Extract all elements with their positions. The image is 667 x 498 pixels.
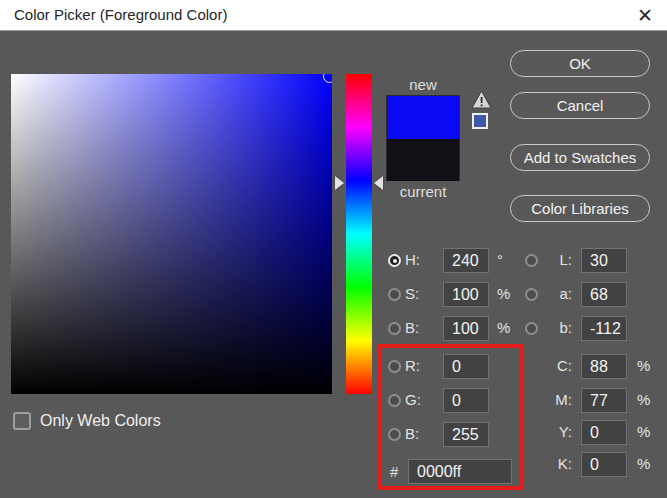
radio-a[interactable] bbox=[525, 288, 538, 301]
color-picker-dialog: Color Picker (Foreground Color) ✕ new cu… bbox=[0, 0, 667, 498]
hue-slider-thumb-right[interactable] bbox=[374, 176, 383, 190]
radio-l[interactable] bbox=[525, 254, 538, 267]
close-icon[interactable]: ✕ bbox=[633, 4, 657, 28]
current-color-swatch[interactable] bbox=[387, 139, 459, 181]
b-lab-input[interactable] bbox=[581, 316, 627, 341]
web-safe-color-icon[interactable] bbox=[472, 113, 488, 129]
current-color-label: current bbox=[386, 183, 460, 200]
m-unit: % bbox=[637, 391, 650, 408]
saturation-brightness-field[interactable] bbox=[11, 74, 332, 394]
m-label: M: bbox=[538, 391, 572, 408]
hex-label: # bbox=[390, 463, 398, 480]
color-field-marker[interactable] bbox=[323, 74, 332, 83]
m-input[interactable] bbox=[581, 388, 627, 413]
l-label: L: bbox=[538, 251, 572, 268]
only-web-colors-checkbox[interactable] bbox=[13, 412, 31, 430]
b-hsb-label: B: bbox=[405, 319, 419, 336]
color-libraries-button[interactable]: Color Libraries bbox=[510, 195, 650, 222]
s-label: S: bbox=[405, 285, 419, 302]
ok-button[interactable]: OK bbox=[510, 50, 650, 77]
radio-s[interactable] bbox=[388, 288, 401, 301]
h-unit: ° bbox=[497, 251, 503, 268]
hue-slider[interactable] bbox=[346, 74, 372, 394]
b-hsb-input[interactable] bbox=[443, 316, 489, 341]
c-unit: % bbox=[637, 357, 650, 374]
radio-h[interactable] bbox=[388, 254, 401, 267]
k-input[interactable] bbox=[581, 452, 627, 477]
k-label: K: bbox=[538, 455, 572, 472]
gamut-warning-icon[interactable] bbox=[471, 90, 492, 109]
radio-b-hsb[interactable] bbox=[388, 322, 401, 335]
title-bar: Color Picker (Foreground Color) ✕ bbox=[0, 0, 667, 31]
radio-g[interactable] bbox=[388, 394, 401, 407]
y-unit: % bbox=[637, 423, 650, 440]
c-label: C: bbox=[538, 357, 572, 374]
hue-slider-thumb-left[interactable] bbox=[335, 176, 344, 190]
y-label: Y: bbox=[538, 423, 572, 440]
new-color-label: new bbox=[386, 76, 460, 93]
r-input[interactable] bbox=[443, 354, 489, 379]
color-comparison-swatch bbox=[386, 95, 460, 181]
g-label: G: bbox=[405, 391, 421, 408]
radio-b-lab[interactable] bbox=[525, 322, 538, 335]
only-web-colors-label: Only Web Colors bbox=[40, 412, 161, 430]
c-input[interactable] bbox=[581, 354, 627, 379]
radio-r[interactable] bbox=[388, 360, 401, 373]
b-lab-label: b: bbox=[538, 319, 572, 336]
l-input[interactable] bbox=[581, 248, 627, 273]
r-label: R: bbox=[405, 357, 420, 374]
a-input[interactable] bbox=[581, 282, 627, 307]
b-rgb-input[interactable] bbox=[443, 422, 489, 447]
s-unit: % bbox=[497, 285, 510, 302]
new-color-swatch[interactable] bbox=[387, 96, 459, 139]
dialog-title: Color Picker (Foreground Color) bbox=[14, 6, 227, 23]
h-label: H: bbox=[405, 251, 420, 268]
cancel-button[interactable]: Cancel bbox=[510, 92, 650, 119]
g-input[interactable] bbox=[443, 388, 489, 413]
a-label: a: bbox=[538, 285, 572, 302]
h-input[interactable] bbox=[443, 248, 489, 273]
add-to-swatches-button[interactable]: Add to Swatches bbox=[510, 144, 650, 171]
k-unit: % bbox=[637, 455, 650, 472]
y-input[interactable] bbox=[581, 420, 627, 445]
b-hsb-unit: % bbox=[497, 319, 510, 336]
radio-b-rgb[interactable] bbox=[388, 428, 401, 441]
b-rgb-label: B: bbox=[405, 425, 419, 442]
hex-input[interactable] bbox=[408, 459, 512, 484]
s-input[interactable] bbox=[443, 282, 489, 307]
